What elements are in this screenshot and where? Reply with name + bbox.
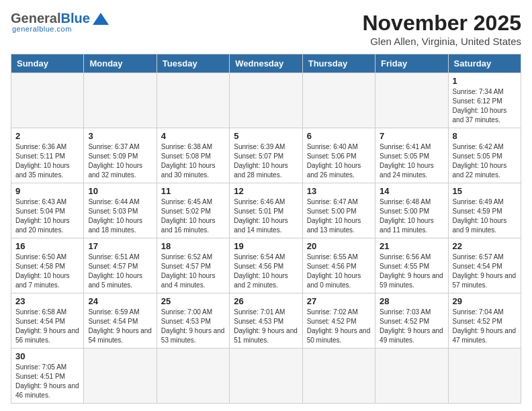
day-number: 23 — [15, 296, 79, 306]
day-info: Sunrise: 6:38 AM Sunset: 5:08 PM Dayligh… — [161, 142, 225, 180]
calendar-cell: 25Sunrise: 7:00 AM Sunset: 4:53 PM Dayli… — [157, 293, 229, 349]
calendar-cell: 7Sunrise: 6:41 AM Sunset: 5:05 PM Daylig… — [375, 128, 448, 183]
day-info: Sunrise: 7:05 AM Sunset: 4:51 PM Dayligh… — [15, 363, 79, 400]
day-info: Sunrise: 6:40 AM Sunset: 5:06 PM Dayligh… — [307, 142, 371, 180]
weekday-header-friday: Friday — [375, 54, 448, 73]
day-number: 21 — [380, 241, 443, 251]
calendar-cell: 6Sunrise: 6:40 AM Sunset: 5:06 PM Daylig… — [302, 128, 375, 183]
calendar-cell — [448, 349, 521, 404]
calendar-cell: 3Sunrise: 6:37 AM Sunset: 5:09 PM Daylig… — [84, 128, 157, 183]
weekday-header-tuesday: Tuesday — [157, 54, 229, 73]
logo-sub: generalblue.com — [12, 25, 72, 33]
day-info: Sunrise: 6:36 AM Sunset: 5:11 PM Dayligh… — [15, 142, 79, 180]
month-title: November 2025 — [362, 11, 521, 36]
day-number: 18 — [161, 241, 225, 251]
day-info: Sunrise: 6:44 AM Sunset: 5:03 PM Dayligh… — [88, 197, 152, 235]
week-row-4: 23Sunrise: 6:58 AM Sunset: 4:54 PM Dayli… — [11, 293, 521, 349]
calendar-cell: 30Sunrise: 7:05 AM Sunset: 4:51 PM Dayli… — [11, 349, 84, 404]
week-row-5: 30Sunrise: 7:05 AM Sunset: 4:51 PM Dayli… — [11, 349, 521, 404]
day-info: Sunrise: 6:59 AM Sunset: 4:54 PM Dayligh… — [88, 308, 152, 345]
day-info: Sunrise: 7:01 AM Sunset: 4:53 PM Dayligh… — [234, 308, 298, 345]
svg-marker-0 — [93, 13, 109, 25]
calendar-cell: 29Sunrise: 7:04 AM Sunset: 4:52 PM Dayli… — [448, 293, 521, 349]
calendar-cell — [302, 349, 375, 404]
day-number: 14 — [380, 186, 443, 196]
day-number: 24 — [88, 296, 152, 306]
day-number: 4 — [161, 131, 225, 141]
day-info: Sunrise: 6:46 AM Sunset: 5:01 PM Dayligh… — [234, 197, 298, 235]
day-info: Sunrise: 6:42 AM Sunset: 5:05 PM Dayligh… — [453, 142, 517, 180]
calendar-cell: 10Sunrise: 6:44 AM Sunset: 5:03 PM Dayli… — [84, 183, 157, 238]
day-number: 29 — [453, 296, 517, 306]
calendar-cell: 19Sunrise: 6:54 AM Sunset: 4:56 PM Dayli… — [230, 238, 302, 293]
calendar-cell: 13Sunrise: 6:47 AM Sunset: 5:00 PM Dayli… — [302, 183, 375, 238]
day-number: 30 — [15, 351, 79, 361]
day-number: 13 — [307, 186, 371, 196]
day-number: 8 — [453, 131, 517, 141]
calendar-cell: 18Sunrise: 6:52 AM Sunset: 4:57 PM Dayli… — [157, 238, 229, 293]
week-row-3: 16Sunrise: 6:50 AM Sunset: 4:58 PM Dayli… — [11, 238, 521, 293]
day-number: 15 — [453, 186, 517, 196]
calendar-cell: 11Sunrise: 6:45 AM Sunset: 5:02 PM Dayli… — [157, 183, 229, 238]
location-title: Glen Allen, Virginia, United States — [362, 36, 521, 47]
day-info: Sunrise: 6:58 AM Sunset: 4:54 PM Dayligh… — [15, 308, 79, 345]
calendar-cell: 9Sunrise: 6:43 AM Sunset: 5:04 PM Daylig… — [11, 183, 84, 238]
day-number: 28 — [380, 296, 443, 306]
day-number: 1 — [453, 76, 517, 86]
header: General Blue generalblue.com November 20… — [11, 11, 521, 47]
day-info: Sunrise: 6:57 AM Sunset: 4:54 PM Dayligh… — [453, 253, 517, 290]
calendar-cell: 4Sunrise: 6:38 AM Sunset: 5:08 PM Daylig… — [157, 128, 229, 183]
calendar-cell: 22Sunrise: 6:57 AM Sunset: 4:54 PM Dayli… — [448, 238, 521, 293]
day-info: Sunrise: 6:41 AM Sunset: 5:05 PM Dayligh… — [380, 142, 443, 180]
day-number: 6 — [307, 131, 371, 141]
day-info: Sunrise: 7:03 AM Sunset: 4:52 PM Dayligh… — [380, 308, 443, 345]
calendar-cell — [157, 349, 229, 404]
calendar-cell — [84, 73, 157, 128]
day-number: 9 — [15, 186, 79, 196]
calendar-cell — [375, 349, 448, 404]
weekday-header-sunday: Sunday — [11, 54, 84, 73]
day-info: Sunrise: 6:45 AM Sunset: 5:02 PM Dayligh… — [161, 197, 225, 235]
calendar-cell: 2Sunrise: 6:36 AM Sunset: 5:11 PM Daylig… — [11, 128, 84, 183]
calendar-cell: 14Sunrise: 6:48 AM Sunset: 5:00 PM Dayli… — [375, 183, 448, 238]
day-number: 12 — [234, 186, 298, 196]
week-row-2: 9Sunrise: 6:43 AM Sunset: 5:04 PM Daylig… — [11, 183, 521, 238]
day-info: Sunrise: 6:54 AM Sunset: 4:56 PM Dayligh… — [234, 253, 298, 290]
day-info: Sunrise: 7:02 AM Sunset: 4:52 PM Dayligh… — [307, 308, 371, 345]
title-section: November 2025 Glen Allen, Virginia, Unit… — [362, 11, 521, 47]
day-number: 22 — [453, 241, 517, 251]
day-number: 11 — [161, 186, 225, 196]
calendar-cell: 1Sunrise: 7:34 AM Sunset: 6:12 PM Daylig… — [448, 73, 521, 128]
calendar-cell: 12Sunrise: 6:46 AM Sunset: 5:01 PM Dayli… — [230, 183, 302, 238]
day-info: Sunrise: 6:50 AM Sunset: 4:58 PM Dayligh… — [15, 253, 79, 290]
day-info: Sunrise: 6:55 AM Sunset: 4:56 PM Dayligh… — [307, 253, 371, 290]
weekday-header-saturday: Saturday — [448, 54, 521, 73]
weekday-header-monday: Monday — [84, 54, 157, 73]
day-number: 10 — [88, 186, 152, 196]
calendar-cell — [11, 73, 84, 128]
calendar-cell: 8Sunrise: 6:42 AM Sunset: 5:05 PM Daylig… — [448, 128, 521, 183]
day-number: 7 — [380, 131, 443, 141]
calendar-cell — [375, 73, 448, 128]
calendar-cell: 27Sunrise: 7:02 AM Sunset: 4:52 PM Dayli… — [302, 293, 375, 349]
logo-blue-text: Blue — [60, 11, 89, 26]
weekday-header-thursday: Thursday — [302, 54, 375, 73]
calendar-cell: 21Sunrise: 6:56 AM Sunset: 4:55 PM Dayli… — [375, 238, 448, 293]
day-number: 27 — [307, 296, 371, 306]
day-number: 5 — [234, 131, 298, 141]
day-info: Sunrise: 6:39 AM Sunset: 5:07 PM Dayligh… — [234, 142, 298, 180]
day-info: Sunrise: 6:37 AM Sunset: 5:09 PM Dayligh… — [88, 142, 152, 180]
calendar-cell: 26Sunrise: 7:01 AM Sunset: 4:53 PM Dayli… — [230, 293, 302, 349]
calendar-cell — [302, 73, 375, 128]
calendar-cell: 28Sunrise: 7:03 AM Sunset: 4:52 PM Dayli… — [375, 293, 448, 349]
calendar: SundayMondayTuesdayWednesdayThursdayFrid… — [11, 54, 521, 404]
day-number: 20 — [307, 241, 371, 251]
logo-general-text: General — [11, 11, 60, 26]
calendar-cell: 16Sunrise: 6:50 AM Sunset: 4:58 PM Dayli… — [11, 238, 84, 293]
day-number: 17 — [88, 241, 152, 251]
day-info: Sunrise: 7:34 AM Sunset: 6:12 PM Dayligh… — [453, 87, 517, 125]
day-info: Sunrise: 6:52 AM Sunset: 4:57 PM Dayligh… — [161, 253, 225, 290]
calendar-cell: 24Sunrise: 6:59 AM Sunset: 4:54 PM Dayli… — [84, 293, 157, 349]
day-info: Sunrise: 6:48 AM Sunset: 5:00 PM Dayligh… — [380, 197, 443, 235]
day-number: 16 — [15, 241, 79, 251]
